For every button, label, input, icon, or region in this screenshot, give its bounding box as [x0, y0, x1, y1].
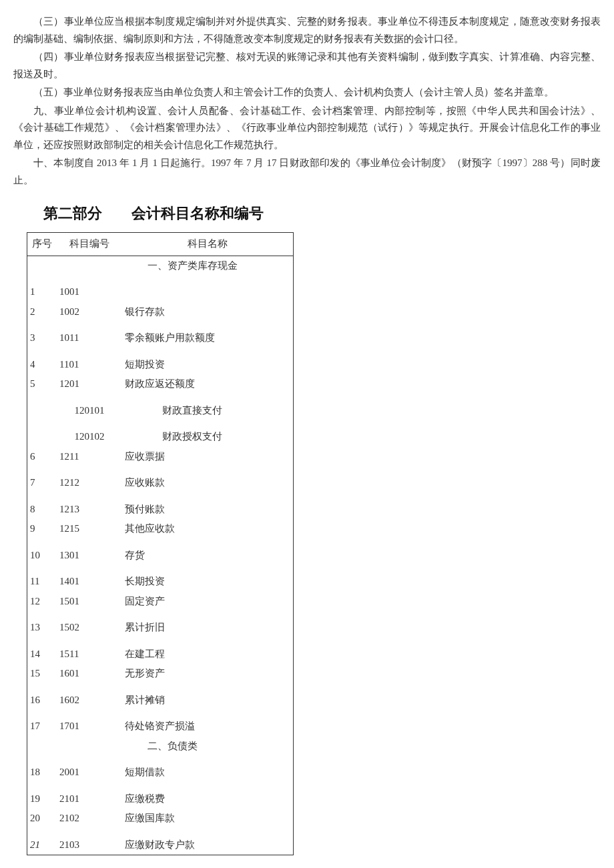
- category-asset-label: 一、资产类库存现金: [122, 256, 294, 276]
- paragraph-4: （四）事业单位财务报表应当根据登记完整、核对无误的账簿记录和其他有关资料编制，做…: [13, 49, 601, 83]
- table-row: 9 1215 其他应收款: [27, 519, 294, 539]
- table-row: 6 1211 应收票据: [27, 447, 294, 467]
- table-row: 4 1101 短期投资: [27, 355, 294, 375]
- table-row-sub: 120101 财政直接支付: [27, 401, 294, 421]
- paragraph-3: （三）事业单位应当根据本制度规定编制并对外提供真实、完整的财务报表。事业单位不得…: [13, 13, 601, 47]
- table-row: 7 1212 应收账款: [27, 473, 294, 493]
- table-row: 13 1502 累计折旧: [27, 618, 294, 638]
- col-header-code: 科目编号: [57, 233, 122, 256]
- category-row-liability: 二、负债类: [27, 737, 294, 757]
- section-heading-part2: 第二部分 会计科目名称和编号: [43, 201, 601, 226]
- table-row: 11 1401 长期投资: [27, 572, 294, 592]
- table-header-row: 序号 科目编号 科目名称: [27, 233, 294, 256]
- paragraph-10: 十、本制度自 2013 年 1 月 1 日起施行。1997 年 7 月 17 日…: [13, 155, 601, 189]
- table-row: 2 1002 银行存款: [27, 302, 294, 322]
- accounts-table: 序号 科目编号 科目名称 一、资产类库存现金 1 1001 2 1002 银行存…: [27, 232, 294, 855]
- table-row-sub: 120102 财政授权支付: [27, 427, 294, 447]
- table-row: 5 1201 财政应返还额度: [27, 374, 294, 394]
- table-row: 20 2102 应缴国库款: [27, 809, 294, 829]
- category-liability-label: 二、负债类: [122, 737, 294, 757]
- paragraph-5: （五）事业单位财务报表应当由单位负责人和主管会计工作的负责人、会计机构负责人（会…: [13, 84, 601, 101]
- category-row-asset: 一、资产类库存现金: [27, 256, 294, 276]
- table-row: 15 1601 无形资产: [27, 664, 294, 684]
- table-row: 10 1301 存货: [27, 546, 294, 566]
- table-row: 17 1701 待处铬资产损溢: [27, 717, 294, 737]
- table-row: 16 1602 累计摊销: [27, 691, 294, 711]
- table-row: 3 1011 零余额账户用款额度: [27, 328, 294, 348]
- table-row: 12 1501 固定资产: [27, 592, 294, 612]
- table-row: 14 1511 在建工程: [27, 644, 294, 665]
- table-row: 1 1001: [27, 282, 294, 302]
- table-row: 21 2103 应缴财政专户款: [27, 835, 294, 855]
- table-body: 一、资产类库存现金 1 1001 2 1002 银行存款 3 1011 零余额账…: [27, 256, 294, 855]
- table-row: 19 2101 应缴税费: [27, 789, 294, 809]
- table-row: 8 1213 预付账款: [27, 500, 294, 520]
- col-header-seq: 序号: [27, 233, 57, 256]
- col-header-name: 科目名称: [122, 233, 294, 256]
- paragraph-9: 九、事业单位会计机构设置、会计人员配备、会计基础工作、会计档案管理、内部控制等，…: [13, 103, 601, 154]
- table-row: 18 2001 短期借款: [27, 763, 294, 783]
